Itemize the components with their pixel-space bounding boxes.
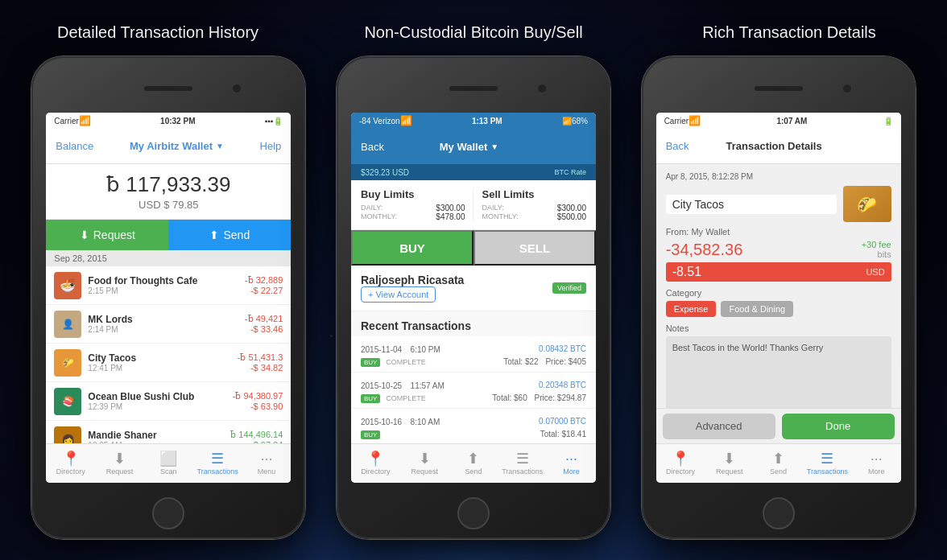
phone-3-home[interactable]	[763, 497, 795, 529]
list-item[interactable]: 2015-10-25 11:57 AM 0.20348 BTC BUY COMP…	[351, 373, 596, 409]
tab-send-3[interactable]: ⬆ Send	[754, 451, 803, 476]
tx-time-2: 2:14 PM	[88, 325, 245, 334]
table-row[interactable]: 🍜 Food for Thoughts Cafe 2:15 PM -ƀ 32,8…	[46, 266, 291, 305]
phone-1-request-button[interactable]: ⬇ Request	[46, 220, 168, 250]
btc-tx-total-3: Total: $18.41	[540, 430, 586, 439]
phone-3-screen: Carrier 📶 1:07 AM 🔋 Back Transaction Det…	[656, 113, 901, 483]
transactions-icon-2: ☰	[516, 451, 529, 466]
phone-3-time: 1:07 AM	[701, 117, 883, 126]
detail-notes-box[interactable]: Best Tacos in the World! Thanks Gerry	[666, 336, 891, 417]
table-row[interactable]: 👤 MK Lords 2:14 PM -ƀ 49,421 -$ 33.46	[46, 305, 291, 344]
phone-3-status-bar: Carrier 📶 1:07 AM 🔋	[656, 113, 901, 129]
btc-tx-left-2: 2015-10-25 11:57 AM	[361, 377, 445, 392]
send-icon-3: ⬆	[772, 451, 784, 466]
transactions-icon: ☰	[211, 451, 224, 466]
phone-1-status-bar: Carrier 📶 10:32 PM ▪▪▪🔋	[46, 113, 291, 129]
tx-amounts-4: -ƀ 94,380.97 -$ 63.90	[233, 391, 283, 411]
list-item[interactable]: 2015-11-04 6:10 PM 0.08432 BTC BUY COMPL…	[351, 336, 596, 373]
tab-scan-1[interactable]: ⬜ Scan	[144, 451, 193, 476]
phone-3-carrier: Carrier	[664, 117, 689, 126]
phone-2-dropdown-arrow[interactable]: ▼	[490, 142, 498, 151]
done-button[interactable]: Done	[782, 414, 895, 439]
view-account-button[interactable]: + View Account	[361, 286, 436, 303]
category-expense-tag[interactable]: Expense	[666, 301, 717, 317]
sell-tab-button[interactable]: SELL	[474, 230, 596, 266]
detail-usd-label: USD	[866, 267, 884, 277]
phone-2-signal: -84 Verizon	[359, 117, 400, 126]
phone-2-nav-left[interactable]: Back	[361, 141, 384, 153]
phone-1-dropdown-arrow[interactable]: ▼	[216, 142, 224, 150]
tab-directory-1[interactable]: 📍 Directory	[46, 451, 95, 476]
btc-tx-time-3: 8:10 AM	[411, 418, 440, 426]
tab-more-2[interactable]: ··· More	[547, 451, 596, 476]
detail-usd-row: -8.51 USD	[666, 262, 891, 282]
btc-tx-details-1: BUY COMPLETE Total: $22 Price: $405	[361, 357, 586, 367]
btc-tx-details-2: BUY COMPLETE Total: $60 Price: $294.87	[361, 393, 586, 403]
phone-1-nav-left[interactable]: Balance	[56, 140, 93, 152]
section-title-3: Rich Transaction Details	[702, 23, 876, 42]
btc-tx-total-1: Total: $22	[503, 357, 538, 366]
request-icon-2: ⬇	[419, 451, 431, 466]
phone-1-balance-btc: ƀ 117,933.39	[54, 172, 283, 197]
btc-tx-price-1: Price: $405	[545, 357, 586, 366]
send-icon-2: ⬆	[467, 451, 479, 466]
sell-daily-label: DAILY:	[482, 204, 503, 212]
phone-3-speaker	[755, 86, 803, 91]
tab-directory-2[interactable]: 📍 Directory	[351, 451, 400, 476]
phone-3-navbar: Back Transaction Details	[656, 129, 901, 164]
phone-1-nav-right[interactable]: Help	[260, 140, 282, 152]
tx-time-3: 12:41 PM	[88, 364, 237, 373]
detail-category-row: Expense Food & Dining	[666, 301, 891, 317]
limits-row: Buy Limits DAILY: $300.00 MONTHLY: $478.…	[361, 188, 586, 221]
tab-send-2[interactable]: ⬆ Send	[449, 451, 498, 476]
phone-2-home[interactable]	[457, 497, 490, 529]
btc-tx-date-3: 2015-10-16	[361, 418, 402, 426]
btc-tx-left-1: 2015-11-04 6:10 PM	[361, 341, 440, 356]
tab-directory-3[interactable]: 📍 Directory	[656, 451, 705, 476]
phone-1-send-button[interactable]: ⬆ Send	[168, 220, 291, 250]
buy-monthly-row: MONTHLY: $478.00	[361, 212, 465, 221]
category-food-tag[interactable]: Food & Dining	[721, 301, 793, 317]
detail-fee-section: +30 fee bits	[862, 240, 891, 259]
advanced-button[interactable]: Advanced	[663, 414, 775, 439]
table-row[interactable]: 🍣 Ocean Blue Sushi Club 12:39 PM -ƀ 94,3…	[46, 382, 291, 421]
section-header-3: Rich Transaction Details	[631, 0, 947, 64]
buy-daily-label: DAILY:	[361, 204, 383, 212]
btc-tx-details-3: BUY Total: $18.41	[361, 430, 586, 439]
phone-1-tab-bar: 📍 Directory ⬇ Request ⬜ Scan ☰ Transacti…	[46, 443, 291, 483]
btc-tx-price-2: Price: $294.87	[534, 393, 586, 402]
table-row[interactable]: 🌮 City Tacos 12:41 PM -ƀ 51,431.3 -$ 34.…	[46, 344, 291, 382]
limits-divider	[473, 188, 474, 221]
buy-daily-row: DAILY: $300.00	[361, 204, 465, 212]
tab-request-2[interactable]: ⬇ Request	[400, 451, 449, 476]
btc-tx-badge-status-1: BUY COMPLETE	[361, 357, 426, 367]
tab-menu-1[interactable]: ··· Menu	[242, 451, 292, 476]
detail-amounts-row: -34,582.36 +30 fee bits	[666, 240, 891, 259]
btc-tx-badge-3: BUY	[361, 430, 380, 439]
btc-tx-time-2: 11:57 AM	[411, 381, 445, 390]
buy-tab-button[interactable]: BUY	[351, 230, 474, 266]
tab-request-3[interactable]: ⬇ Request	[705, 451, 754, 476]
btc-tx-totals-1: Total: $22 Price: $405	[503, 357, 586, 367]
phone-2-navbar: Back My Wallet ▼	[351, 129, 596, 164]
phone-1-camera	[233, 84, 241, 93]
btc-tx-badge-status-3: BUY	[361, 430, 383, 439]
list-item[interactable]: 2015-10-16 8:10 AM 0.07000 BTC BUY Total…	[351, 409, 596, 445]
phone-3-nav-left[interactable]: Back	[666, 140, 689, 152]
phone-1-action-buttons: ⬇ Request ⬆ Send	[46, 220, 291, 250]
tx-btc-4: -ƀ 94,380.97	[233, 391, 283, 401]
phone-1-balance-usd: USD $ 79.85	[54, 199, 283, 211]
tab-transactions-2[interactable]: ☰ Transactions	[498, 451, 547, 476]
phone-1-home[interactable]	[152, 497, 184, 529]
tab-transactions-3[interactable]: ☰ Transactions	[803, 451, 852, 476]
tab-request-1[interactable]: ⬇ Request	[95, 451, 144, 476]
phone-1-carrier: Carrier	[54, 117, 79, 126]
tab-more-3[interactable]: ··· More	[852, 451, 901, 476]
tab-transactions-1[interactable]: ☰ Transactions	[193, 451, 242, 476]
btc-tx-date-2: 2015-10-25	[361, 381, 402, 390]
more-icon-2: ···	[565, 451, 577, 466]
phone-2-limits: Buy Limits DAILY: $300.00 MONTHLY: $478.…	[351, 180, 596, 230]
sell-monthly-value: $500.00	[557, 212, 586, 221]
phone-1-screen: Carrier 📶 10:32 PM ▪▪▪🔋 Balance My Airbi…	[46, 113, 291, 483]
tx-usd-2: -$ 33.46	[245, 324, 283, 334]
